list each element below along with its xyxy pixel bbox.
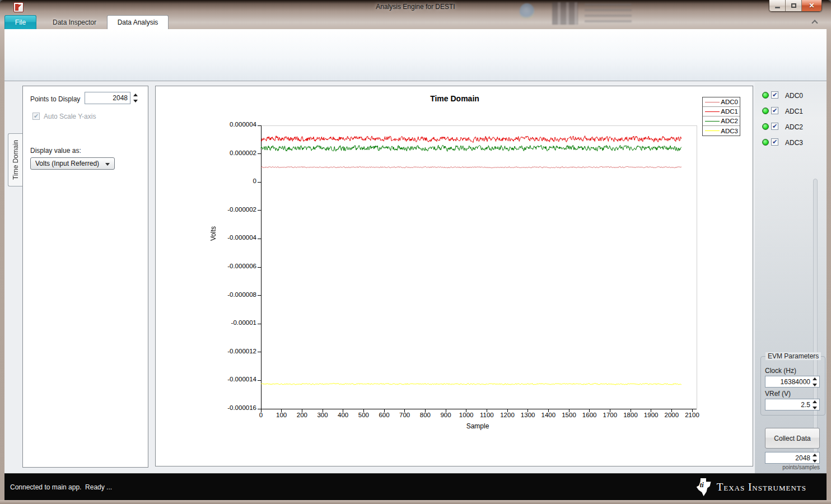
channel-row-adc1: ✔ADC1 (755, 107, 827, 116)
y-tick-label: 0.000002 (189, 150, 256, 156)
x-axis-title: Sample (156, 422, 800, 430)
y-tick-label: 0.000004 (189, 121, 256, 128)
spinner-down-icon (813, 460, 817, 463)
y-tick-label: -0.000004 (189, 234, 256, 241)
display-value-selected: Volts (Input Referred) (35, 160, 99, 167)
clock-hz-input[interactable] (765, 376, 819, 387)
ribbon-area (4, 29, 827, 81)
client-area: Time Domain Points to Display ✔ Auto Sca… (4, 29, 827, 473)
tab-data-inspector-label: Data Inspector (53, 18, 96, 26)
tab-data-inspector[interactable]: Data Inspector (42, 15, 107, 29)
channel-checkbox-adc2[interactable]: ✔ (771, 123, 778, 130)
display-value-dropdown[interactable]: Volts (Input Referred) (30, 157, 115, 170)
channel-label: ADC2 (785, 123, 803, 131)
legend-row-adc1: ADC1 (703, 107, 740, 116)
channel-checkbox-adc3[interactable]: ✔ (771, 138, 778, 146)
legend-label: ADC3 (720, 128, 738, 134)
legend-line-icon (705, 130, 720, 131)
maximize-button[interactable] (786, 0, 802, 11)
chart-legend: ADC0ADC1ADC2ADC3 (702, 97, 740, 136)
minimize-icon (775, 7, 780, 8)
clock-hz-field (765, 376, 820, 388)
ti-wordmark: Texas Instruments (717, 481, 806, 493)
trace-adc2 (261, 145, 681, 151)
spinner-up-icon (813, 400, 817, 403)
y-tick-label: -0.000006 (189, 263, 256, 269)
points-to-display-label: Points to Display (30, 95, 80, 103)
app-window: Analysis Engine for DESTI ✕ File Data In… (0, 0, 831, 504)
samples-spinner[interactable] (812, 453, 818, 463)
spinner-up-icon (813, 454, 817, 456)
legend-row-adc2: ADC2 (703, 116, 740, 126)
y-tick-label: -0.000014 (189, 376, 256, 382)
points-to-display-input[interactable] (85, 92, 130, 104)
y-tick-label: 0 (189, 178, 256, 184)
legend-line-icon (705, 102, 720, 102)
channel-row-adc2: ✔ADC2 (755, 123, 827, 132)
legend-line-icon (705, 111, 720, 112)
vref-spinner[interactable] (812, 400, 818, 410)
y-axis-title: Volts (209, 226, 217, 241)
ti-logo-icon: ti (695, 478, 712, 496)
samples-input[interactable] (765, 452, 819, 463)
channel-label: ADC1 (785, 108, 803, 115)
legend-line-icon (705, 121, 720, 122)
vref-input[interactable] (765, 399, 819, 410)
legend-row-adc0: ADC0 (703, 97, 740, 107)
ti-branding: ti Texas Instruments (695, 478, 806, 496)
tab-file[interactable]: File (4, 15, 36, 29)
channel-led-icon (762, 108, 769, 114)
tab-file-label: File (15, 18, 26, 26)
channel-label: ADC0 (785, 92, 803, 100)
samples-caption: points/samples (755, 464, 820, 470)
autoscale-label: Auto Scale Y-axis (44, 113, 96, 120)
right-panel: ✔ADC0✔ADC1✔ADC2✔ADC3 EVM Parameters Cloc… (755, 82, 827, 473)
channel-row-adc0: ✔ADC0 (755, 91, 827, 100)
close-icon: ✕ (809, 2, 814, 10)
minimize-button[interactable] (769, 0, 786, 11)
channel-checkbox-adc0[interactable]: ✔ (771, 91, 778, 99)
points-to-display-spinner[interactable] (133, 93, 139, 103)
y-tick-label: -0.00001 (189, 319, 256, 326)
close-button[interactable]: ✕ (802, 0, 821, 11)
spinner-up-icon (813, 377, 817, 380)
window-controls: ✕ (769, 0, 822, 12)
clock-hz-spinner[interactable] (812, 377, 818, 387)
channel-led-icon (762, 92, 769, 99)
status-bar: Connected to main app. Ready ... ti Texa… (4, 473, 827, 500)
clock-hz-label: Clock (Hz) (765, 367, 796, 375)
spinner-down-icon (813, 407, 817, 409)
channel-checkbox-adc1[interactable]: ✔ (771, 107, 778, 114)
collect-data-button[interactable]: Collect Data (765, 428, 820, 449)
status-text: Connected to main app. Ready ... (10, 483, 112, 491)
side-tab-label: Time Domain (12, 140, 20, 180)
y-tick-label: -0.000008 (189, 291, 256, 298)
vref-label: VRef (V) (765, 390, 791, 398)
legend-row-adc3: ADC3 (703, 126, 740, 136)
collect-data-label: Collect Data (774, 435, 810, 442)
tab-data-analysis-label: Data Analysis (118, 18, 158, 26)
channel-row-adc3: ✔ADC3 (755, 138, 827, 147)
side-tab-time-domain[interactable]: Time Domain (8, 133, 23, 186)
autoscale-checkbox: ✔ (32, 113, 40, 120)
tab-data-analysis[interactable]: Data Analysis (107, 15, 169, 29)
collapse-ribbon-button[interactable] (811, 18, 820, 25)
left-control-panel: Points to Display ✔ Auto Scale Y-axis Di… (22, 86, 148, 468)
samples-field (765, 452, 820, 464)
legend-label: ADC1 (720, 108, 738, 115)
evm-parameters-label: EVM Parameters (765, 352, 821, 360)
chevron-up-icon (811, 20, 818, 26)
spinner-down-icon (813, 384, 817, 386)
y-tick-label: -0.000002 (189, 206, 256, 213)
points-to-display-field (85, 92, 130, 104)
vref-field (765, 399, 820, 410)
legend-label: ADC2 (720, 118, 738, 124)
spinner-down-icon (133, 100, 138, 102)
vertical-scrollbar[interactable] (813, 179, 818, 468)
window-title: Analysis Engine for DESTI (0, 3, 831, 11)
svg-text:ti: ti (700, 481, 704, 489)
chart-panel: Time Domain 0.0000040.0000020-0.000002-0… (155, 86, 753, 466)
maximize-icon (791, 3, 796, 8)
y-tick-label: -0.000012 (189, 348, 256, 354)
channel-led-icon (762, 123, 769, 130)
